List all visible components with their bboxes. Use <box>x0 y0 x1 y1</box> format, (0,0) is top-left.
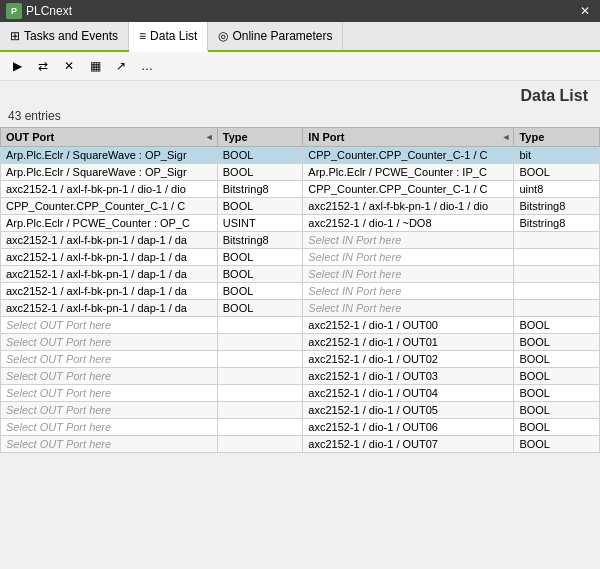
table-row[interactable]: Select OUT Port here axc2152-1 / dio-1 /… <box>1 368 600 385</box>
col-header-type2: Type <box>514 128 600 147</box>
cell-type2: BOOL <box>514 351 600 368</box>
cell-type2 <box>514 300 600 317</box>
cell-type2: BOOL <box>514 436 600 453</box>
page-title: Data List <box>520 87 588 105</box>
cell-type1: Bitstring8 <box>217 181 303 198</box>
cell-in-port: axc2152-1 / dio-1 / OUT01 <box>303 334 514 351</box>
close-button[interactable]: ✕ <box>576 4 594 18</box>
cell-type1: USINT <box>217 215 303 232</box>
table-row[interactable]: axc2152-1 / axl-f-bk-pn-1 / dio-1 / dio … <box>1 181 600 198</box>
cell-in-port: axc2152-1 / dio-1 / OUT00 <box>303 317 514 334</box>
table-row[interactable]: Arp.Plc.Eclr / SquareWave : OP_Sigr BOOL… <box>1 164 600 181</box>
table-row[interactable]: Select OUT Port here axc2152-1 / dio-1 /… <box>1 436 600 453</box>
table-row[interactable]: Arp.Plc.Eclr / SquareWave : OP_Sigr BOOL… <box>1 147 600 164</box>
cell-type1 <box>217 436 303 453</box>
table-row[interactable]: axc2152-1 / axl-f-bk-pn-1 / dap-1 / da B… <box>1 266 600 283</box>
sort-icon-in: ◄ <box>501 132 510 142</box>
cell-out-port: Select OUT Port here <box>1 385 218 402</box>
cell-type1 <box>217 351 303 368</box>
connect-btn[interactable]: ⇄ <box>32 55 54 77</box>
table-row[interactable]: Select OUT Port here axc2152-1 / dio-1 /… <box>1 385 600 402</box>
cell-in-port: Select IN Port here <box>303 249 514 266</box>
table-row[interactable]: Arp.Plc.Eclr / PCWE_Counter : OP_C USINT… <box>1 215 600 232</box>
page-header: Data List <box>0 81 600 107</box>
cell-type2 <box>514 249 600 266</box>
cell-in-port: Select IN Port here <box>303 283 514 300</box>
cell-type2: BOOL <box>514 368 600 385</box>
table-row[interactable]: Select OUT Port here axc2152-1 / dio-1 /… <box>1 317 600 334</box>
cell-type1: BOOL <box>217 266 303 283</box>
cell-type2: Bitstring8 <box>514 198 600 215</box>
table-row[interactable]: axc2152-1 / axl-f-bk-pn-1 / dap-1 / da B… <box>1 249 600 266</box>
tab-tasks-events[interactable]: ⊞Tasks and Events <box>0 22 129 50</box>
cell-out-port: axc2152-1 / axl-f-bk-pn-1 / dio-1 / dio <box>1 181 218 198</box>
cell-out-port: CPP_Counter.CPP_Counter_C-1 / C <box>1 198 218 215</box>
cell-in-port: Select IN Port here <box>303 300 514 317</box>
data-table: OUT Port ◄ Type IN Port ◄ Type Arp.Plc.E… <box>0 127 600 453</box>
cell-out-port: Arp.Plc.Eclr / PCWE_Counter : OP_C <box>1 215 218 232</box>
title-bar: P PLCnext ✕ <box>0 0 600 22</box>
cell-type1: BOOL <box>217 147 303 164</box>
cell-type2: BOOL <box>514 317 600 334</box>
tab-online-params[interactable]: ◎Online Parameters <box>208 22 343 50</box>
table-btn[interactable]: ▦ <box>84 55 106 77</box>
cell-in-port: Select IN Port here <box>303 266 514 283</box>
cell-out-port: axc2152-1 / axl-f-bk-pn-1 / dap-1 / da <box>1 266 218 283</box>
cell-type2: BOOL <box>514 164 600 181</box>
cell-type1: BOOL <box>217 198 303 215</box>
cell-type2: BOOL <box>514 385 600 402</box>
dots-btn[interactable]: … <box>136 55 158 77</box>
cell-out-port: Select OUT Port here <box>1 317 218 334</box>
sort-icon-out: ◄ <box>205 132 214 142</box>
tab-icon: ◎ <box>218 29 228 43</box>
table-row[interactable]: Select OUT Port here axc2152-1 / dio-1 /… <box>1 334 600 351</box>
table-row[interactable]: axc2152-1 / axl-f-bk-pn-1 / dap-1 / da B… <box>1 232 600 249</box>
col-header-out-port[interactable]: OUT Port ◄ <box>1 128 218 147</box>
cell-type1: BOOL <box>217 283 303 300</box>
cell-in-port: axc2152-1 / dio-1 / OUT04 <box>303 385 514 402</box>
cell-out-port: Arp.Plc.Eclr / SquareWave : OP_Sigr <box>1 164 218 181</box>
table-row[interactable]: Select OUT Port here axc2152-1 / dio-1 /… <box>1 402 600 419</box>
table-row[interactable]: axc2152-1 / axl-f-bk-pn-1 / dap-1 / da B… <box>1 300 600 317</box>
arrow-right-btn[interactable]: ▶ <box>6 55 28 77</box>
cell-in-port: axc2152-1 / dio-1 / OUT03 <box>303 368 514 385</box>
tab-data-list[interactable]: ≡Data List <box>129 22 208 52</box>
table-row[interactable]: Select OUT Port here axc2152-1 / dio-1 /… <box>1 419 600 436</box>
table-row[interactable]: CPP_Counter.CPP_Counter_C-1 / C BOOL axc… <box>1 198 600 215</box>
delete-btn[interactable]: ✕ <box>58 55 80 77</box>
cell-type1: BOOL <box>217 249 303 266</box>
cell-out-port: axc2152-1 / axl-f-bk-pn-1 / dap-1 / da <box>1 300 218 317</box>
cell-type2: BOOL <box>514 419 600 436</box>
cell-out-port: Select OUT Port here <box>1 419 218 436</box>
cell-type2 <box>514 283 600 300</box>
tab-icon: ≡ <box>139 29 146 43</box>
tab-bar: ⊞Tasks and Events≡Data List◎Online Param… <box>0 22 600 52</box>
cell-type2: BOOL <box>514 334 600 351</box>
cell-type2 <box>514 266 600 283</box>
cell-out-port: Select OUT Port here <box>1 334 218 351</box>
cell-in-port: axc2152-1 / dio-1 / OUT06 <box>303 419 514 436</box>
cell-out-port: axc2152-1 / axl-f-bk-pn-1 / dap-1 / da <box>1 249 218 266</box>
tab-label: Data List <box>150 29 197 43</box>
cell-out-port: Arp.Plc.Eclr / SquareWave : OP_Sigr <box>1 147 218 164</box>
table-row[interactable]: axc2152-1 / axl-f-bk-pn-1 / dap-1 / da B… <box>1 283 600 300</box>
cell-in-port: axc2152-1 / axl-f-bk-pn-1 / dio-1 / dio <box>303 198 514 215</box>
col-header-in-port[interactable]: IN Port ◄ <box>303 128 514 147</box>
export-btn[interactable]: ↗ <box>110 55 132 77</box>
cell-out-port: Select OUT Port here <box>1 368 218 385</box>
cell-in-port: axc2152-1 / dio-1 / OUT07 <box>303 436 514 453</box>
cell-in-port: Arp.Plc.Eclr / PCWE_Counter : IP_C <box>303 164 514 181</box>
cell-type1 <box>217 419 303 436</box>
table-wrapper: OUT Port ◄ Type IN Port ◄ Type Arp.Plc.E… <box>0 127 600 453</box>
cell-type1: BOOL <box>217 164 303 181</box>
cell-type2 <box>514 232 600 249</box>
cell-in-port: Select IN Port here <box>303 232 514 249</box>
cell-type2: uint8 <box>514 181 600 198</box>
cell-type1 <box>217 385 303 402</box>
cell-out-port: axc2152-1 / axl-f-bk-pn-1 / dap-1 / da <box>1 232 218 249</box>
table-row[interactable]: Select OUT Port here axc2152-1 / dio-1 /… <box>1 351 600 368</box>
app-icon: P <box>6 3 22 19</box>
cell-out-port: Select OUT Port here <box>1 351 218 368</box>
cell-in-port: axc2152-1 / dio-1 / OUT02 <box>303 351 514 368</box>
cell-in-port: axc2152-1 / dio-1 / ~DO8 <box>303 215 514 232</box>
